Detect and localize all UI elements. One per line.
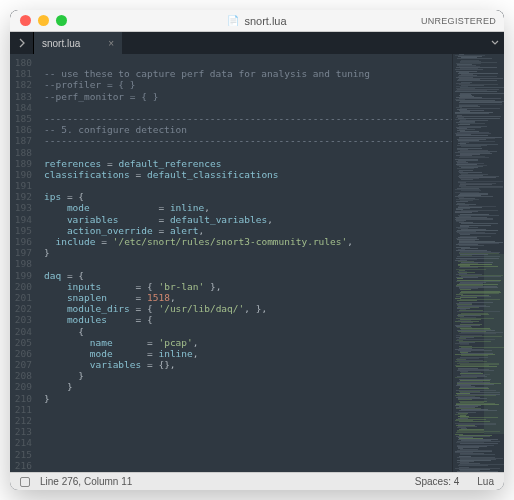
tab-label: snort.lua	[42, 38, 80, 49]
code-line[interactable]: variables = default_variables,	[44, 214, 452, 225]
code-line[interactable]	[44, 437, 452, 448]
code-line[interactable]: ----------------------------------------…	[44, 113, 452, 124]
unregistered-label: UNREGISTERED	[421, 16, 496, 26]
line-number: 186	[14, 124, 32, 135]
code-line[interactable]	[44, 460, 452, 471]
code-line[interactable]: }	[44, 393, 452, 404]
close-window-button[interactable]	[20, 15, 31, 26]
code-line[interactable]: mode = inline,	[44, 348, 452, 359]
code-line[interactable]: variables = {},	[44, 359, 452, 370]
line-number: 188	[14, 147, 32, 158]
code-line[interactable]: classifications = default_classification…	[44, 169, 452, 180]
line-number: 215	[14, 449, 32, 460]
code-line[interactable]: }	[44, 381, 452, 392]
code-line[interactable]: module_dirs = { '/usr/lib/daq/', },	[44, 303, 452, 314]
line-number: 190	[14, 169, 32, 180]
code-line[interactable]	[44, 57, 452, 68]
code-line[interactable]	[44, 147, 452, 158]
line-number: 208	[14, 370, 32, 381]
code-line[interactable]: name = 'pcap',	[44, 337, 452, 348]
line-number: 198	[14, 258, 32, 269]
line-number: 216	[14, 460, 32, 471]
line-number: 191	[14, 180, 32, 191]
code-line[interactable]: daq = {	[44, 270, 452, 281]
code-line[interactable]: modules = {	[44, 314, 452, 325]
code-line[interactable]: -- use these to capture perf data for an…	[44, 68, 452, 79]
line-number: 201	[14, 292, 32, 303]
status-bar: Line 276, Column 11 Spaces: 4 Lua	[10, 472, 504, 490]
code-line[interactable]: ----------------------------------------…	[44, 135, 452, 146]
line-number: 212	[14, 415, 32, 426]
indentation-setting[interactable]: Spaces: 4	[415, 476, 459, 487]
file-icon: 📄	[227, 15, 239, 26]
code-line[interactable]: -- 5. configure detection	[44, 124, 452, 135]
line-number: 194	[14, 214, 32, 225]
line-number: 196	[14, 236, 32, 247]
tab-bar: snort.lua ×	[10, 32, 504, 54]
tab-snort-lua[interactable]: snort.lua ×	[34, 32, 122, 54]
sidebar-toggle-button[interactable]	[10, 32, 34, 54]
line-number: 211	[14, 404, 32, 415]
syntax-setting[interactable]: Lua	[477, 476, 494, 487]
cursor-position[interactable]: Line 276, Column 11	[40, 476, 132, 487]
code-line[interactable]	[44, 404, 452, 415]
line-number: 200	[14, 281, 32, 292]
line-number: 210	[14, 393, 32, 404]
code-line[interactable]: }	[44, 370, 452, 381]
code-line[interactable]	[44, 415, 452, 426]
code-area[interactable]: -- use these to capture perf data for an…	[40, 54, 452, 472]
line-number: 204	[14, 326, 32, 337]
line-number: 206	[14, 348, 32, 359]
line-number: 193	[14, 202, 32, 213]
minimap[interactable]	[452, 54, 504, 472]
line-number: 192	[14, 191, 32, 202]
line-number: 213	[14, 426, 32, 437]
line-number: 203	[14, 314, 32, 325]
code-line[interactable]: {	[44, 326, 452, 337]
code-line[interactable]	[44, 426, 452, 437]
line-number: 185	[14, 113, 32, 124]
line-number: 205	[14, 337, 32, 348]
code-line[interactable]: --profiler = { }	[44, 79, 452, 90]
line-number: 180	[14, 57, 32, 68]
line-number: 183	[14, 91, 32, 102]
code-line[interactable]	[44, 102, 452, 113]
line-number-gutter[interactable]: 1801811821831841851861871881891901911921…	[10, 54, 40, 472]
code-line[interactable]: --perf_monitor = { }	[44, 91, 452, 102]
line-number: 199	[14, 270, 32, 281]
tab-close-button[interactable]: ×	[108, 38, 114, 49]
panel-toggle-icon[interactable]	[20, 477, 30, 487]
traffic-lights	[20, 15, 67, 26]
code-line[interactable]: action_override = alert,	[44, 225, 452, 236]
editor-body: 1801811821831841851861871881891901911921…	[10, 54, 504, 472]
line-number: 182	[14, 79, 32, 90]
line-number: 189	[14, 158, 32, 169]
tab-overflow-button[interactable]	[486, 32, 504, 54]
line-number: 207	[14, 359, 32, 370]
code-line[interactable]: include = '/etc/snort/rules/snort3-commu…	[44, 236, 452, 247]
zoom-window-button[interactable]	[56, 15, 67, 26]
chevron-down-icon	[491, 40, 499, 46]
chevron-right-icon	[17, 38, 27, 48]
minimize-window-button[interactable]	[38, 15, 49, 26]
code-line[interactable]: inputs = { 'br-lan' },	[44, 281, 452, 292]
line-number: 187	[14, 135, 32, 146]
line-number: 197	[14, 247, 32, 258]
line-number: 209	[14, 381, 32, 392]
line-number: 181	[14, 68, 32, 79]
line-number: 195	[14, 225, 32, 236]
line-number: 184	[14, 102, 32, 113]
line-number: 202	[14, 303, 32, 314]
code-line[interactable]: mode = inline,	[44, 202, 452, 213]
code-line[interactable]: ips = {	[44, 191, 452, 202]
code-line[interactable]: references = default_references	[44, 158, 452, 169]
line-number: 214	[14, 437, 32, 448]
window-title-text: snort.lua	[244, 15, 286, 27]
code-line[interactable]	[44, 449, 452, 460]
code-line[interactable]	[44, 258, 452, 269]
titlebar[interactable]: 📄 snort.lua UNREGISTERED	[10, 10, 504, 32]
code-line[interactable]: }	[44, 247, 452, 258]
editor-window: 📄 snort.lua UNREGISTERED snort.lua × 180…	[10, 10, 504, 490]
code-line[interactable]: snaplen = 1518,	[44, 292, 452, 303]
code-line[interactable]	[44, 180, 452, 191]
